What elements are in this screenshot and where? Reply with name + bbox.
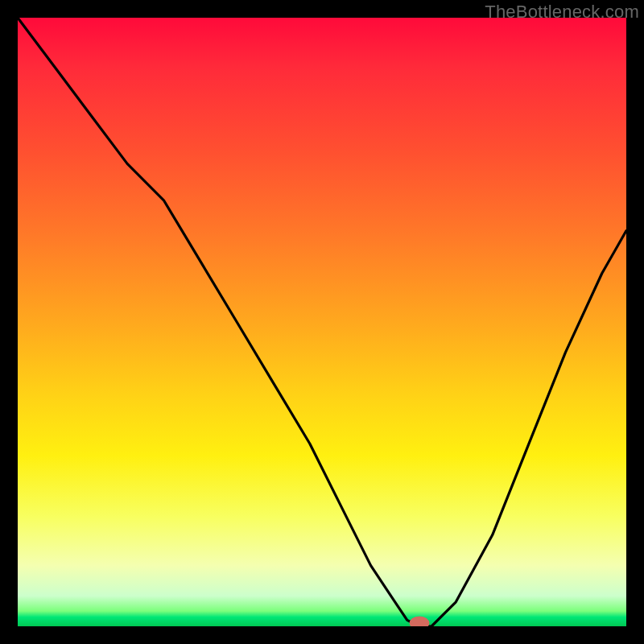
chart-frame: TheBottleneck.com [0,0,644,644]
plot-area [18,18,626,626]
optimal-marker [410,617,429,626]
chart-svg [18,18,626,626]
bottleneck-curve [18,18,626,626]
watermark-text: TheBottleneck.com [485,2,639,23]
